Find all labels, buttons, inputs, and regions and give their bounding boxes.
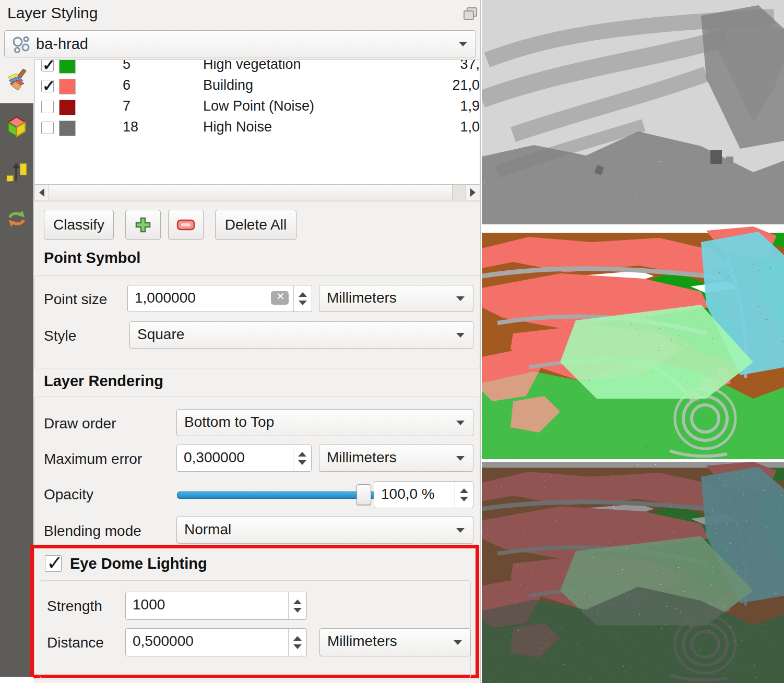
chevron-down-icon [456, 333, 465, 338]
layer-name: ba-hrad [36, 35, 88, 53]
edl-checkbox[interactable] [45, 555, 62, 572]
paintbrush-icon [5, 69, 29, 93]
row-visibility-checkbox[interactable] [41, 59, 54, 71]
draw-order-select[interactable]: Bottom to Top [176, 409, 473, 436]
draw-order-label: Draw order [44, 415, 116, 432]
blending-mode-label: Blending mode [44, 523, 141, 540]
row-visibility-checkbox[interactable] [41, 101, 54, 113]
minus-icon [176, 219, 195, 231]
opacity-spinbox[interactable]: 100,0 % [374, 481, 473, 508]
plus-icon [134, 216, 152, 234]
edl-distance-input[interactable]: 0,500000 [125, 628, 307, 656]
table-row: 7 Low Point (Noise) 1,9 [35, 97, 480, 117]
scroll-right-button[interactable] [466, 185, 480, 200]
chevron-down-icon [459, 42, 467, 46]
chevron-down-icon [456, 456, 465, 461]
chevron-down-icon [456, 421, 465, 425]
add-class-button[interactable] [125, 210, 161, 240]
point-cloud-layer-icon [12, 35, 33, 54]
class-color-swatch[interactable] [59, 79, 76, 94]
table-row: 5 High vegetation 37, [35, 59, 480, 76]
point-size-unit-select[interactable]: Millimeters [319, 285, 473, 312]
preview-classified-edl [482, 462, 784, 683]
edl-distance-label: Distance [47, 634, 104, 651]
edl-strength-input[interactable]: 1000 [125, 592, 307, 620]
panel-title: Layer Styling [7, 4, 98, 22]
tab-elevation[interactable] [0, 150, 33, 195]
point-size-input[interactable]: 1,000000 [127, 285, 312, 312]
edl-distance-unit-select[interactable]: Millimeters [319, 628, 471, 656]
scroll-left-button[interactable] [35, 185, 49, 200]
chevron-down-icon [456, 528, 465, 533]
class-color-swatch[interactable] [59, 100, 76, 115]
maximum-error-spinner[interactable] [293, 445, 311, 471]
class-color-swatch[interactable] [59, 121, 76, 136]
point-size-label: Point size [44, 291, 107, 308]
maximum-error-label: Maximum error [44, 451, 142, 468]
edl-strength-spinner[interactable] [288, 592, 306, 619]
point-size-spinner[interactable] [293, 285, 312, 311]
history-icon [5, 207, 28, 230]
layer-rendering-heading: Layer Rendering [44, 373, 163, 390]
table-row: 18 High Noise 1,0 [35, 117, 480, 138]
style-label: Style [44, 328, 76, 344]
blending-mode-select[interactable]: Normal [176, 517, 473, 544]
app-window: Layer Styling ba-hrad [0, 0, 784, 683]
preview-classified-flat [482, 226, 784, 459]
scrollbar-thumb[interactable] [49, 185, 453, 200]
tab-3d-view[interactable] [0, 104, 33, 149]
remove-class-button[interactable] [168, 210, 204, 240]
opacity-slider-handle[interactable] [357, 484, 371, 505]
delete-all-button[interactable]: Delete All [215, 210, 296, 240]
edl-distance-spinner[interactable] [288, 629, 306, 656]
preview-edl-sketch [482, 0, 784, 224]
panel-corner [0, 677, 33, 683]
classification-table[interactable]: 5 High vegetation 37, 6 Building 21,0 7 … [34, 59, 480, 185]
tab-history[interactable] [0, 196, 33, 241]
table-horizontal-scrollbar[interactable] [34, 185, 480, 201]
row-visibility-checkbox[interactable] [41, 80, 54, 92]
layer-selector[interactable]: ba-hrad [4, 30, 476, 57]
maximum-error-unit-select[interactable]: Millimeters [319, 445, 473, 472]
tab-symbology[interactable] [0, 58, 33, 103]
opacity-slider[interactable] [177, 492, 375, 499]
elevation-icon [5, 161, 28, 184]
point-symbol-heading: Point Symbol [44, 249, 140, 267]
opacity-label: Opacity [44, 486, 93, 503]
opacity-spinner[interactable] [455, 482, 473, 508]
maximum-error-input[interactable]: 0,300000 [176, 445, 312, 472]
chevron-down-icon [454, 640, 462, 645]
layer-styling-panel: Layer Styling ba-hrad [0, 0, 481, 683]
clear-value-icon[interactable] [271, 291, 289, 305]
classify-button[interactable]: Classify [44, 210, 114, 240]
style-select[interactable]: Square [129, 321, 473, 349]
edl-strength-label: Strength [47, 598, 102, 615]
chevron-down-icon [456, 296, 465, 301]
3d-cube-icon [5, 115, 28, 138]
class-color-swatch[interactable] [59, 59, 76, 74]
table-row: 6 Building 21,0 [35, 76, 480, 97]
float-panel-icon[interactable] [464, 7, 477, 20]
row-visibility-checkbox[interactable] [41, 122, 54, 134]
edl-label: Eye Dome Lighting [70, 555, 207, 572]
